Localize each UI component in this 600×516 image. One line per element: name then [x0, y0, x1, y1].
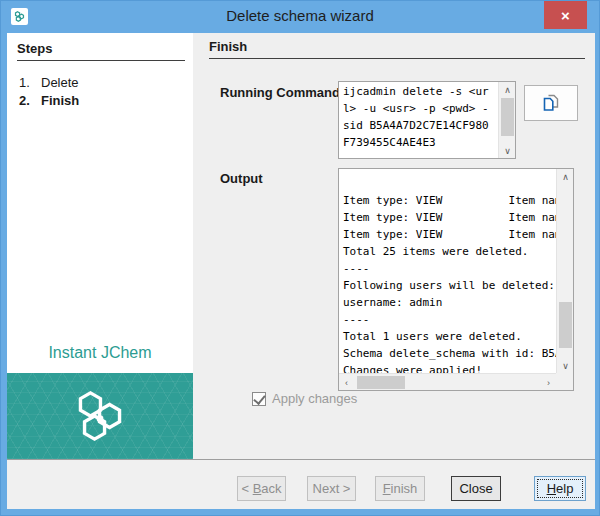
- page-title: Finish: [209, 39, 247, 54]
- output-label: Output: [220, 171, 263, 186]
- footer-button-bar: < Back Next > Finish Close Help: [7, 459, 595, 509]
- output-hscrollbar[interactable]: ‹ ›: [339, 373, 556, 390]
- dialog-body: Steps 1.Delete 2.Finish Instant JChem: [7, 33, 595, 509]
- close-icon: ×: [561, 7, 570, 24]
- step-number: 2.: [19, 93, 41, 108]
- delete-schema-wizard-window: Delete schema wizard × Steps 1.Delete 2.…: [0, 0, 600, 516]
- scrollbar-corner: [556, 373, 573, 390]
- output-text-lines: Item type: VIEW Item nam Item type: VIEW…: [343, 192, 552, 373]
- scroll-down-icon[interactable]: ∨: [557, 358, 574, 373]
- scroll-up-icon[interactable]: ∧: [557, 169, 574, 184]
- scroll-right-icon[interactable]: ›: [541, 374, 556, 391]
- instant-jchem-hexagon-logo: [68, 384, 132, 448]
- output-vscrollbar[interactable]: ∧ ∨: [556, 169, 573, 373]
- steps-sidebar: Steps 1.Delete 2.Finish Instant JChem: [7, 33, 193, 459]
- step-number: 1.: [19, 75, 41, 90]
- step-label: Delete: [41, 75, 79, 90]
- copy-command-button[interactable]: [524, 85, 578, 121]
- help-button[interactable]: Help: [534, 476, 586, 501]
- page-title-divider: [209, 58, 585, 59]
- back-button: < Back: [237, 476, 286, 501]
- output-vscroll-thumb[interactable]: [559, 302, 572, 348]
- scroll-down-icon[interactable]: ∨: [499, 143, 516, 158]
- running-command-vscrollbar[interactable]: ∧ ∨: [498, 82, 515, 158]
- next-button: Next >: [307, 476, 356, 501]
- copy-icon: [540, 92, 562, 114]
- running-command-text: ijcadmin delete -s <ur l> -u <usr> -p <p…: [339, 82, 498, 158]
- output-text: Item type: VIEW Item nam Item type: VIEW…: [339, 169, 556, 373]
- running-command-textarea[interactable]: ijcadmin delete -s <ur l> -u <usr> -p <p…: [338, 81, 516, 159]
- scroll-left-icon[interactable]: ‹: [339, 374, 354, 391]
- running-command-label: Running Command: [220, 85, 340, 100]
- apply-changes-checkbox: [252, 392, 266, 406]
- apply-changes-row: Apply changes: [252, 391, 357, 406]
- output-hscroll-thumb[interactable]: [357, 376, 405, 389]
- running-command-vscroll-thumb[interactable]: [501, 98, 514, 136]
- window-title: Delete schema wizard: [1, 7, 599, 24]
- brand-name: Instant JChem: [7, 344, 193, 362]
- brand-banner: [7, 373, 193, 459]
- window-close-button[interactable]: ×: [544, 1, 587, 29]
- step-label: Finish: [41, 93, 79, 108]
- apply-changes-label: Apply changes: [272, 391, 357, 406]
- step-item-finish: 2.Finish: [19, 93, 79, 108]
- step-item-delete: 1.Delete: [19, 75, 79, 90]
- finish-button: Finish: [375, 476, 425, 501]
- steps-divider: [17, 60, 185, 61]
- close-button[interactable]: Close: [451, 476, 501, 501]
- steps-header: Steps: [17, 41, 52, 56]
- output-textarea[interactable]: Item type: VIEW Item nam Item type: VIEW…: [338, 168, 574, 391]
- titlebar[interactable]: Delete schema wizard ×: [1, 1, 599, 33]
- main-panel: Finish Running Command ijcadmin delete -…: [193, 33, 595, 459]
- scroll-up-icon[interactable]: ∧: [499, 82, 516, 97]
